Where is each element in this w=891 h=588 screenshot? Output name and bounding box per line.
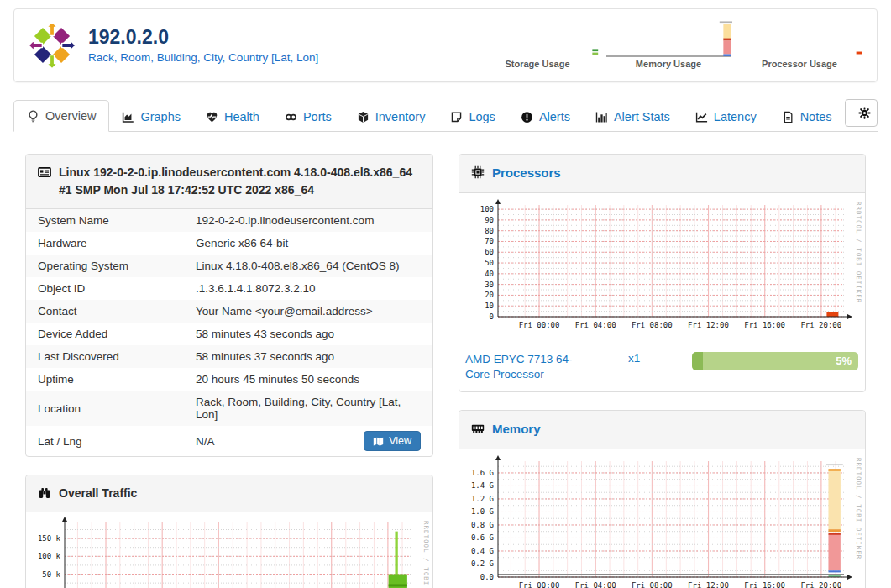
svg-text:0.0: 0.0 xyxy=(480,573,494,581)
memory-usage-sparkline[interactable]: Memory Usage xyxy=(603,18,734,74)
rrdtool-watermark: RRDTOOL / TOBI OETIKER xyxy=(855,202,862,303)
processors-panel: Processors 0102030405060708090100Fri 00:… xyxy=(459,154,866,392)
row-value: Linux 4.18.0-408.el8.x86_64 (CentOS 8) xyxy=(184,255,432,277)
row-value: .1.3.6.1.4.1.8072.3.2.10 xyxy=(184,277,432,300)
memory-graph[interactable]: 0.00.2 G0.4 G0.6 G0.8 G1.0 G1.2 G1.4 G1.… xyxy=(459,449,865,588)
svg-text:30: 30 xyxy=(485,280,494,288)
tab-notes-label: Notes xyxy=(800,110,832,123)
tab-overview-label: Overview xyxy=(45,109,96,123)
binoculars-icon xyxy=(38,486,51,500)
bar-chart-icon xyxy=(595,111,608,123)
link-icon xyxy=(285,111,297,123)
svg-text:1.2 G: 1.2 G xyxy=(471,495,494,503)
svg-text:150 k: 150 k xyxy=(38,534,61,543)
svg-text:0.8 G: 0.8 G xyxy=(471,521,494,529)
svg-text:Fri 16:00: Fri 16:00 xyxy=(744,581,785,588)
device-name: 192.0.2.0 xyxy=(88,27,318,48)
processor-usage-sparkline[interactable]: Processor Usage xyxy=(734,18,865,74)
tab-ports-label: Ports xyxy=(303,110,332,123)
svg-text:Fri 12:00: Fri 12:00 xyxy=(688,321,729,329)
device-settings-button[interactable] xyxy=(846,100,878,126)
map-icon xyxy=(373,436,384,447)
svg-text:Fri 08:00: Fri 08:00 xyxy=(632,581,673,588)
system-info-panel: Linux 192-0-2-0.ip.linodeusercontent.com… xyxy=(25,154,433,457)
svg-text:Fri 04:00: Fri 04:00 xyxy=(575,321,616,329)
table-row: LocationRack, Room, Building, City, Coun… xyxy=(26,391,432,426)
tab-overview[interactable]: Overview xyxy=(13,100,109,132)
tab-alert-stats[interactable]: Alert Stats xyxy=(583,102,683,132)
librenms-device-overview-page: { "header": { "device_name": "192.0.2.0"… xyxy=(0,0,891,588)
tab-ports[interactable]: Ports xyxy=(272,102,344,132)
row-label: Location xyxy=(26,391,184,426)
svg-text:100 k: 100 k xyxy=(38,552,61,560)
system-info-heading: Linux 192-0-2-0.ip.linodeusercontent.com… xyxy=(26,155,432,209)
file-icon xyxy=(782,111,794,123)
overall-traffic-rrd-chart: 050 k100 k150 kFri 00:00Fri 04:00Fri 08:… xyxy=(28,517,424,588)
device-header: 192.0.2.0 Rack, Room, Building, City, Co… xyxy=(13,8,878,82)
storage-usage-sparkline[interactable]: Storage Usage xyxy=(472,18,603,74)
table-row: Lat / Lng N/A View xyxy=(26,426,432,456)
row-label: System Name xyxy=(26,209,184,232)
tab-logs[interactable]: Logs xyxy=(438,102,507,132)
processor-usage-mini-graph xyxy=(736,18,863,60)
svg-text:0.6 G: 0.6 G xyxy=(471,533,494,542)
chart-area-icon xyxy=(122,111,134,123)
left-column: Linux 192-0-2-0.ip.linodeusercontent.com… xyxy=(25,154,433,588)
view-button-label: View xyxy=(389,435,411,447)
table-row: ContactYour Name <your@email.address> xyxy=(26,300,432,323)
table-row: Uptime20 hours 45 minutes 50 seconds xyxy=(26,368,432,391)
tab-notes[interactable]: Notes xyxy=(769,102,845,132)
memory-icon xyxy=(471,422,485,435)
row-label: Contact xyxy=(26,300,184,323)
svg-text:Fri 08:00: Fri 08:00 xyxy=(632,321,673,329)
device-location-link[interactable]: Rack, Room, Building, City, Country [Lat… xyxy=(88,51,318,64)
tab-latency[interactable]: Latency xyxy=(683,102,769,132)
svg-text:70: 70 xyxy=(485,237,494,245)
system-title: Linux 192-0-2-0.ip.linodeusercontent.com… xyxy=(59,164,421,199)
right-column: Processors 0102030405060708090100Fri 00:… xyxy=(459,154,866,588)
row-label: Hardware xyxy=(26,232,184,255)
svg-text:50 k: 50 k xyxy=(42,570,60,579)
svg-text:100: 100 xyxy=(480,205,494,213)
overall-traffic-title: Overall Traffic xyxy=(59,485,137,502)
processor-count: x1 xyxy=(628,352,640,365)
tab-graphs[interactable]: Graphs xyxy=(109,102,193,132)
processor-row: AMD EPYC 7713 64-Core Processor x1 5% xyxy=(459,344,865,392)
tab-latency-label: Latency xyxy=(714,110,757,123)
overall-traffic-graph[interactable]: 050 k100 k150 kFri 00:00Fri 04:00Fri 08:… xyxy=(26,512,432,588)
memory-usage-mini-graph xyxy=(605,18,732,60)
heartbeat-icon xyxy=(206,111,218,123)
tab-inventory[interactable]: Inventory xyxy=(344,102,438,132)
table-row: Device Added58 minutes 43 seconds ago xyxy=(26,323,432,345)
tab-health-label: Health xyxy=(224,110,259,123)
cube-icon xyxy=(357,111,370,123)
svg-text:Fri 20:00: Fri 20:00 xyxy=(800,581,841,588)
processor-name-link[interactable]: AMD EPYC 7713 64-Core Processor xyxy=(465,352,593,384)
overview-content: Linux 192-0-2-0.ip.linodeusercontent.com… xyxy=(25,154,866,588)
tab-alerts-label: Alerts xyxy=(539,110,570,123)
tab-alerts[interactable]: Alerts xyxy=(508,102,583,132)
processors-title-link[interactable]: Processors xyxy=(492,164,561,183)
processors-graph[interactable]: 0102030405060708090100Fri 00:00Fri 04:00… xyxy=(459,193,865,344)
memory-title-link[interactable]: Memory xyxy=(492,420,541,439)
tab-logs-label: Logs xyxy=(469,110,495,123)
svg-text:1.6 G: 1.6 G xyxy=(471,469,494,477)
table-row: Last Discovered58 minutes 37 seconds ago xyxy=(26,345,432,368)
svg-text:1.4 G: 1.4 G xyxy=(471,481,494,490)
processors-heading: Processors xyxy=(459,155,865,193)
svg-text:Fri 16:00: Fri 16:00 xyxy=(744,321,785,329)
view-location-button[interactable]: View xyxy=(364,431,421,451)
line-chart-icon xyxy=(695,111,708,123)
svg-text:80: 80 xyxy=(485,226,494,234)
tab-health[interactable]: Health xyxy=(193,102,272,132)
device-tabs: Overview Graphs Health Ports Inventory xyxy=(13,99,878,132)
row-value: 58 minutes 43 seconds ago xyxy=(184,323,432,345)
tab-inventory-label: Inventory xyxy=(375,110,426,123)
svg-text:Fri 04:00: Fri 04:00 xyxy=(575,581,616,588)
svg-text:90: 90 xyxy=(485,215,494,223)
overall-traffic-panel: Overall Traffic 050 k100 k150 kFri 00:00… xyxy=(25,475,433,588)
svg-text:0.4 G: 0.4 G xyxy=(471,547,494,555)
storage-usage-mini-graph xyxy=(474,18,601,60)
table-row: Operating SystemLinux 4.18.0-408.el8.x86… xyxy=(26,255,432,277)
overall-traffic-heading: Overall Traffic xyxy=(26,475,432,512)
